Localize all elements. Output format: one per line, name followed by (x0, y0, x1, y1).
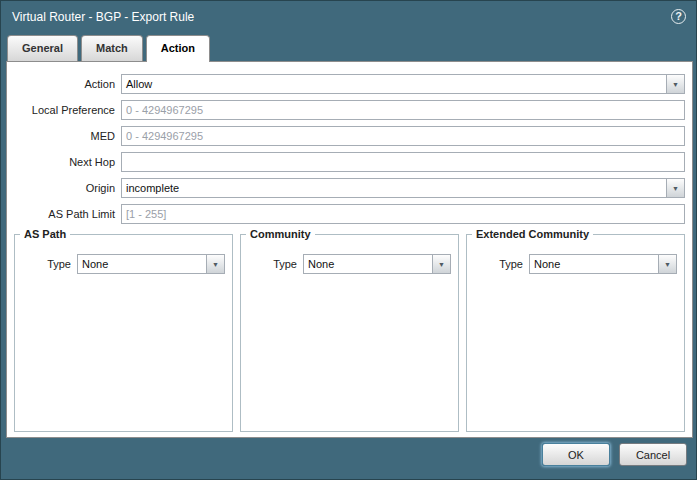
origin-select[interactable]: incomplete ▼ (121, 178, 685, 198)
chevron-down-icon: ▼ (212, 261, 219, 268)
extended-community-group-legend: Extended Community (472, 228, 593, 240)
as-path-type-label: Type (21, 258, 77, 270)
origin-row: Origin incomplete ▼ (7, 178, 685, 198)
origin-label: Origin (7, 178, 115, 198)
as-path-type-arrow-button[interactable]: ▼ (206, 255, 224, 273)
action-label: Action (7, 74, 115, 94)
as-path-type-row: Type None ▼ (21, 254, 225, 274)
origin-select-value: incomplete (122, 179, 666, 197)
as-path-limit-input[interactable] (121, 204, 685, 224)
help-icon[interactable]: ? (671, 9, 686, 24)
attribute-groups: AS Path Type None ▼ Community Type None … (14, 228, 685, 432)
as-path-type-value: None (78, 255, 206, 273)
action-select[interactable]: Allow ▼ (121, 74, 685, 94)
local-preference-input[interactable] (121, 100, 685, 120)
dialog-footer: OK Cancel (542, 443, 687, 466)
next-hop-label: Next Hop (7, 152, 115, 172)
community-group-legend: Community (246, 228, 315, 240)
action-select-arrow-button[interactable]: ▼ (666, 75, 684, 93)
cancel-button[interactable]: Cancel (619, 443, 687, 466)
extended-community-type-arrow-button[interactable]: ▼ (658, 255, 676, 273)
dialog-title: Virtual Router - BGP - Export Rule (12, 10, 194, 24)
as-path-limit-label: AS Path Limit (7, 204, 115, 224)
community-type-value: None (304, 255, 432, 273)
community-type-row: Type None ▼ (247, 254, 451, 274)
ok-button[interactable]: OK (542, 443, 610, 466)
med-input[interactable] (121, 126, 685, 146)
tab-action[interactable]: Action (146, 35, 210, 62)
extended-community-type-row: Type None ▼ (473, 254, 677, 274)
extended-community-type-select[interactable]: None ▼ (529, 254, 677, 274)
as-path-group-legend: AS Path (20, 228, 70, 240)
extended-community-group: Extended Community Type None ▼ (466, 228, 685, 432)
community-type-select[interactable]: None ▼ (303, 254, 451, 274)
med-row: MED (7, 126, 685, 146)
as-path-type-select[interactable]: None ▼ (77, 254, 225, 274)
extended-community-type-value: None (530, 255, 658, 273)
action-select-value: Allow (122, 75, 666, 93)
next-hop-row: Next Hop (7, 152, 685, 172)
next-hop-input[interactable] (121, 152, 685, 172)
origin-select-arrow-button[interactable]: ▼ (666, 179, 684, 197)
chevron-down-icon: ▼ (438, 261, 445, 268)
extended-community-type-label: Type (473, 258, 529, 270)
tab-bar: General Match Action (7, 35, 210, 62)
chevron-down-icon: ▼ (672, 81, 679, 88)
med-label: MED (7, 126, 115, 146)
community-type-arrow-button[interactable]: ▼ (432, 255, 450, 273)
dialog-titlebar: Virtual Router - BGP - Export Rule ? (1, 1, 696, 33)
local-preference-label: Local Preference (7, 100, 115, 120)
tab-match[interactable]: Match (81, 35, 143, 61)
action-row: Action Allow ▼ (7, 74, 685, 94)
community-group: Community Type None ▼ (240, 228, 459, 432)
action-tab-panel: Action Allow ▼ Local Preference MED Next… (6, 61, 693, 438)
as-path-group: AS Path Type None ▼ (14, 228, 233, 432)
community-type-label: Type (247, 258, 303, 270)
local-preference-row: Local Preference (7, 100, 685, 120)
chevron-down-icon: ▼ (664, 261, 671, 268)
as-path-limit-row: AS Path Limit (7, 204, 685, 224)
tab-general[interactable]: General (7, 35, 78, 61)
bgp-export-rule-dialog: Virtual Router - BGP - Export Rule ? Gen… (0, 0, 697, 480)
chevron-down-icon: ▼ (672, 185, 679, 192)
